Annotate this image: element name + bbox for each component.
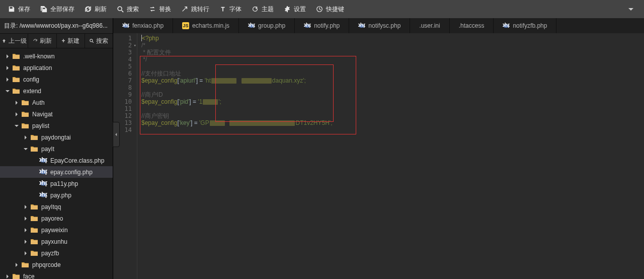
tree-folder[interactable]: face <box>0 270 113 279</box>
path-value: /www/wwwroot/pay.xn--g6q986... <box>20 22 108 29</box>
settings-button[interactable]: 设置 <box>279 2 311 16</box>
editor-tab[interactable]: phpnotifyzfb.php <box>494 18 556 33</box>
tree-folder[interactable]: payItqq <box>0 201 113 213</box>
keyboard-icon <box>316 6 323 13</box>
tree-item-label: Auth <box>32 99 45 106</box>
editor-tab[interactable]: JSecharts.min.js <box>173 18 239 33</box>
editor-tab[interactable]: phpgroup.php <box>239 18 295 33</box>
code-text: 'ht <box>205 77 211 84</box>
tree-folder[interactable]: payweixin <box>0 224 113 236</box>
search-button[interactable]: 搜索 <box>112 2 144 16</box>
refresh-button[interactable]: 刷新 <box>79 2 112 16</box>
tree-folder[interactable]: paydongtai <box>0 131 113 143</box>
folder-icon <box>21 261 29 268</box>
line-number: 1 <box>113 35 132 42</box>
chevron-right-icon <box>22 250 29 257</box>
folder-icon <box>30 146 38 153</box>
tree-folder[interactable]: .well-known <box>0 50 113 62</box>
replace-button[interactable]: 替换 <box>144 2 176 16</box>
folder-icon <box>21 122 29 129</box>
shortcut-button[interactable]: 快捷键 <box>311 2 349 16</box>
tree-folder[interactable]: extend <box>0 85 113 97</box>
tree-item-label: .well-known <box>23 53 55 60</box>
js-file-icon: JS <box>182 22 189 29</box>
theme-button[interactable]: 主题 <box>247 2 279 16</box>
tree-folder[interactable]: paylist <box>0 120 113 131</box>
path-label: 目录: <box>4 22 18 29</box>
font-button[interactable]: 字体 <box>214 2 247 16</box>
editor-tab[interactable]: .user.ini <box>410 18 449 33</box>
tab-label: .user.ini <box>419 22 440 29</box>
php-file-icon: php <box>39 169 47 176</box>
chevron-right-icon <box>4 273 11 280</box>
gear-icon <box>284 6 291 13</box>
php-file-icon: php <box>503 22 510 29</box>
php-file-icon: php <box>304 22 311 29</box>
sidebar-collapse-handle[interactable] <box>113 122 120 147</box>
save-button[interactable]: 保存 <box>3 2 35 16</box>
tree-file[interactable]: phpepay.config.php <box>0 166 113 178</box>
folder-icon <box>30 250 38 257</box>
editor-tabs: phpfenxiao.phpJSecharts.min.jsphpgroup.p… <box>113 18 644 33</box>
new-button[interactable]: +新建 <box>56 34 85 48</box>
path-bar[interactable]: 目录: /www/wwwroot/pay.xn--g6q986... <box>0 18 113 33</box>
code-text: daquan.xyz'; <box>272 77 306 84</box>
tree-folder[interactable]: payoreo <box>0 213 113 224</box>
line-number: 3 <box>113 49 132 56</box>
tree-item-label: payIt <box>41 146 54 153</box>
tree-item-label: pay.php <box>50 192 71 199</box>
tab-label: group.php <box>258 22 285 29</box>
jump-icon <box>181 6 188 13</box>
code-text: //商户ID <box>141 91 163 98</box>
tree-item-label: EpayCore.class.php <box>50 157 104 164</box>
editor-tab[interactable]: phpnotify.php <box>295 18 349 33</box>
svg-text:php: php <box>39 157 47 163</box>
editor-tab[interactable]: phpfenxiao.php <box>113 18 173 33</box>
tree-item-label: application <box>23 64 52 72</box>
tree-folder[interactable]: payxunhu <box>0 236 113 247</box>
redacted-text <box>210 120 225 126</box>
sidebar-search-button[interactable]: 搜索 <box>85 34 113 48</box>
code-text: 'key' <box>179 119 191 126</box>
php-file-icon: php <box>39 192 47 199</box>
sidebar-tools: 上一级 刷新 +新建 搜索 <box>0 33 113 48</box>
code-content[interactable]: <?php /* * 配置文件 */ //支付接口地址 $epay_config… <box>137 33 644 279</box>
tree-item-label: extend <box>23 88 41 95</box>
svg-text:php: php <box>39 192 47 198</box>
folder-icon <box>12 76 20 83</box>
tree-file[interactable]: phppay.php <box>0 189 113 201</box>
editor-tab[interactable]: .htaccess <box>450 18 494 33</box>
file-tree[interactable]: .well-knownapplicationconfigextendAuthNa… <box>0 48 113 279</box>
php-file-icon: php <box>248 22 255 29</box>
sidebar-refresh-button[interactable]: 刷新 <box>28 34 56 48</box>
tree-folder[interactable]: config <box>0 74 113 85</box>
tree-folder[interactable]: phpqrcode <box>0 259 113 270</box>
save-all-button[interactable]: 全部保存 <box>35 2 79 16</box>
toolbar-more-button[interactable] <box>621 0 641 18</box>
line-number: 11 <box>113 105 132 112</box>
line-number: 4 <box>113 56 132 63</box>
chevron-right-icon <box>13 261 20 268</box>
tree-folder[interactable]: Auth <box>0 97 113 108</box>
svg-text:php: php <box>122 23 129 28</box>
tree-folder[interactable]: payIt <box>0 143 113 155</box>
line-number: 12 <box>113 112 132 119</box>
chevron-right-icon <box>13 99 20 106</box>
tree-folder[interactable]: application <box>0 62 113 74</box>
tree-folder[interactable]: Navigat <box>0 108 113 120</box>
editor-tab[interactable]: phpnotifysc.php <box>349 18 410 33</box>
code-text: $epay_config <box>141 119 177 126</box>
tab-label: echarts.min.js <box>192 22 229 29</box>
chevron-right-icon <box>13 111 20 118</box>
editor-body[interactable]: 1234567891011121314 <?php /* * 配置文件 */ /… <box>113 33 644 279</box>
save-all-icon <box>40 6 47 13</box>
tree-folder[interactable]: payzfb <box>0 247 113 259</box>
code-text: $epay_config <box>141 77 177 84</box>
up-level-button[interactable]: 上一级 <box>0 34 28 48</box>
jump-button[interactable]: 跳转行 <box>176 2 214 16</box>
tree-file[interactable]: phpEpayCore.class.php <box>0 155 113 166</box>
folder-icon <box>12 53 20 60</box>
svg-text:php: php <box>248 23 255 28</box>
folder-icon <box>21 111 29 118</box>
tree-file[interactable]: phppa11y.php <box>0 178 113 189</box>
